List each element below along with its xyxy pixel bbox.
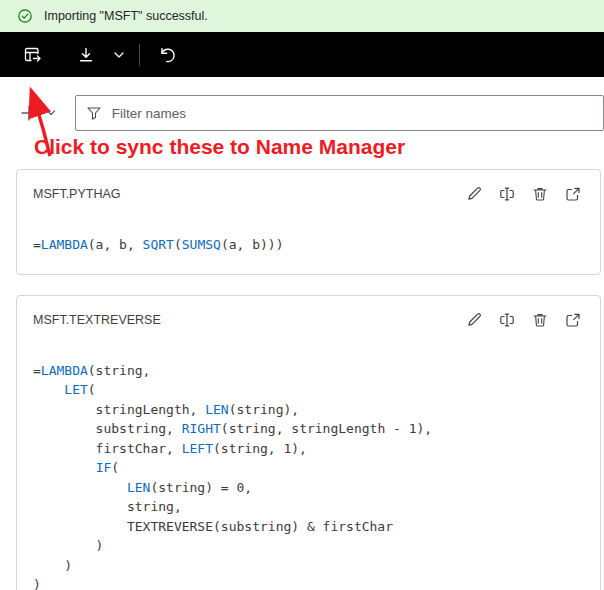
share-icon	[564, 185, 582, 203]
formula-code[interactable]: =LAMBDA(string, LET( stringLength, LEN(s…	[33, 361, 584, 590]
add-dropdown-button[interactable]	[41, 95, 60, 131]
function-card: MSFT.PYTHAG	[16, 169, 601, 275]
card-actions	[463, 309, 584, 331]
sync-to-name-manager-button[interactable]	[12, 32, 52, 77]
download-button[interactable]	[66, 32, 106, 77]
toolbar-divider	[139, 44, 140, 66]
delete-button[interactable]	[529, 183, 551, 205]
share-button[interactable]	[562, 183, 584, 205]
chevron-down-icon	[45, 107, 57, 119]
arrow-undo-icon	[157, 45, 177, 65]
pencil-icon	[465, 311, 483, 329]
rename-icon	[498, 311, 516, 329]
edit-button[interactable]	[463, 183, 485, 205]
formula-code[interactable]: =LAMBDA(a, b, SQRT(SUMSQ(a, b)))	[33, 235, 584, 255]
rename-button[interactable]	[496, 309, 518, 331]
function-name: MSFT.PYTHAG	[33, 187, 121, 201]
undo-button[interactable]	[147, 32, 187, 77]
delete-button[interactable]	[529, 309, 551, 331]
function-name: MSFT.TEXTREVERSE	[33, 313, 161, 327]
annotation-text: Click to sync these to Name Manager	[34, 135, 604, 159]
edit-button[interactable]	[463, 309, 485, 331]
card-actions	[463, 183, 584, 205]
checkmark-circle-icon	[16, 7, 34, 25]
rename-button[interactable]	[496, 183, 518, 205]
toolbar-dropdown-button[interactable]	[106, 32, 132, 77]
card-header: MSFT.TEXTREVERSE	[33, 309, 584, 331]
share-icon	[564, 311, 582, 329]
dark-toolbar	[0, 32, 604, 77]
cards-container: MSFT.PYTHAG	[16, 169, 601, 590]
plus-icon	[18, 102, 40, 124]
trash-icon	[531, 311, 549, 329]
rename-icon	[498, 185, 516, 203]
card-header: MSFT.PYTHAG	[33, 183, 584, 205]
pencil-icon	[465, 185, 483, 203]
trash-icon	[531, 185, 549, 203]
filter-row	[0, 77, 604, 131]
function-card: MSFT.TEXTREVERSE	[16, 295, 601, 590]
filter-input[interactable]	[75, 95, 604, 131]
filter-field	[75, 95, 604, 131]
share-button[interactable]	[562, 309, 584, 331]
table-arrow-right-icon	[22, 45, 42, 65]
success-banner: Importing "MSFT" successful.	[0, 0, 604, 32]
arrow-download-icon	[76, 45, 96, 65]
add-function-button[interactable]	[16, 95, 41, 131]
banner-message: Importing "MSFT" successful.	[44, 9, 208, 23]
chevron-down-icon	[112, 48, 126, 62]
